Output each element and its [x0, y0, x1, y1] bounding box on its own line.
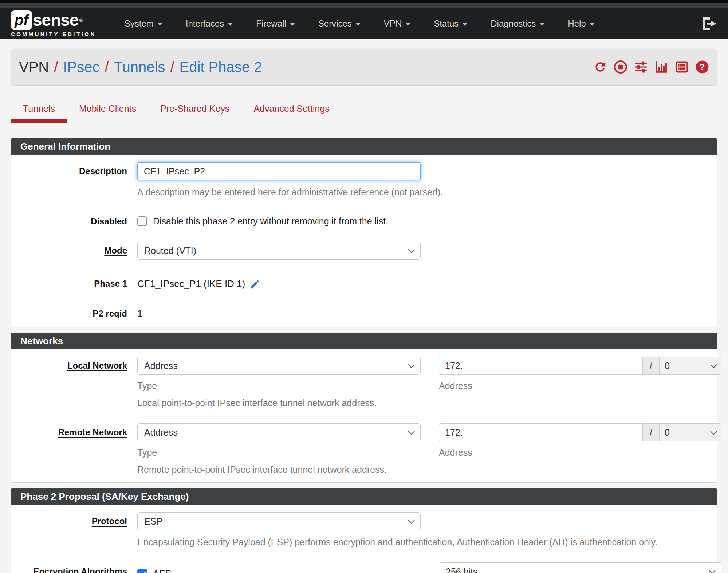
- caret-down-icon: [405, 23, 410, 26]
- refresh-icon[interactable]: [593, 60, 607, 74]
- caret-down-icon: [157, 23, 162, 26]
- menu-label: System: [125, 19, 154, 29]
- menu-item-firewall[interactable]: Firewall: [256, 19, 295, 29]
- local-network-controls: Address Type / 0: [137, 357, 721, 391]
- main-menu: System Interfaces Firewall Services VPN …: [125, 19, 595, 29]
- breadcrumb-separator: /: [54, 59, 58, 75]
- chevron-down-icon: [408, 246, 414, 253]
- menu-item-help[interactable]: Help: [568, 19, 594, 29]
- help-glyph: ?: [700, 62, 705, 72]
- local-network-help: Local point-to-point IPsec interface tun…: [137, 398, 721, 408]
- prefix-separator: /: [643, 357, 660, 375]
- window-title-strip: [0, 3, 728, 8]
- section-general-information: General Information Description A descri…: [11, 138, 717, 327]
- aes-controls: AES 256 bits: [137, 562, 721, 573]
- tab-bar: Tunnels Mobile Clients Pre-Shared Keys A…: [11, 103, 717, 123]
- row-remote-network: Remote Network Address Type: [11, 416, 717, 482]
- menu-label: Status: [434, 19, 459, 29]
- p2reqid-label: P2 reqid: [11, 305, 137, 319]
- help-icon[interactable]: ?: [695, 60, 709, 74]
- remote-type-caption: Type: [137, 447, 421, 458]
- sliders-icon[interactable]: [634, 60, 648, 74]
- brand-tagline: COMMUNITY EDITION: [11, 31, 96, 37]
- menu-item-services[interactable]: Services: [318, 19, 361, 29]
- breadcrumb-bar: VPN / IPsec / Tunnels / Edit Phase 2: [11, 49, 717, 85]
- remote-mask-select[interactable]: 0: [660, 423, 721, 441]
- chevron-down-icon: [710, 361, 717, 368]
- section-title: General Information: [11, 138, 717, 155]
- log-icon[interactable]: [675, 60, 689, 74]
- description-input[interactable]: [137, 162, 421, 180]
- stop-icon[interactable]: [614, 60, 627, 74]
- local-address-caption: Address: [439, 381, 721, 391]
- phase1-label: Phase 1: [11, 275, 137, 290]
- encryption-algorithms-label[interactable]: Encryption Algorithms: [33, 566, 127, 573]
- phase1-value-line: CF1_IPsec_P1 (IKE ID 1): [137, 275, 706, 290]
- remote-address-input[interactable]: [439, 423, 643, 441]
- caret-down-icon: [290, 23, 295, 26]
- sign-out-icon[interactable]: [703, 17, 717, 30]
- chevron-down-icon: [408, 517, 414, 523]
- tab-advanced-settings[interactable]: Advanced Settings: [241, 103, 341, 123]
- section-body: Local Network Address Type: [11, 349, 717, 482]
- caret-down-icon: [462, 23, 467, 26]
- row-protocol: Protocol ESP Encapsulating Security Payl…: [11, 505, 717, 555]
- description-controls: A description may be entered here for ad…: [137, 162, 706, 197]
- remote-network-label[interactable]: Remote Network: [58, 427, 127, 437]
- local-type-value: Address: [144, 361, 178, 371]
- brand-sense-text: sense: [33, 10, 78, 30]
- breadcrumb-link-edit-phase2[interactable]: Edit Phase 2: [180, 59, 262, 75]
- row-disabled: Disabled Disable this phase 2 entry with…: [11, 205, 717, 234]
- tab-mobile-clients[interactable]: Mobile Clients: [67, 103, 148, 123]
- remote-address-caption: Address: [439, 447, 721, 458]
- section-title: Networks: [11, 333, 717, 349]
- menu-label: Diagnostics: [491, 19, 536, 29]
- menu-item-status[interactable]: Status: [434, 19, 467, 29]
- menu-item-interfaces[interactable]: Interfaces: [186, 19, 233, 29]
- prefix-separator: /: [643, 423, 660, 441]
- chart-bar-icon[interactable]: [654, 60, 668, 74]
- mode-controls: Routed (VTI): [137, 242, 706, 260]
- disabled-label: Disabled: [11, 212, 137, 227]
- protocol-label[interactable]: Protocol: [92, 516, 127, 526]
- description-help: A description may be entered here for ad…: [137, 187, 706, 197]
- protocol-help: Encapsulating Security Payload (ESP) per…: [137, 537, 706, 548]
- description-label: Description: [11, 162, 137, 197]
- section-networks: Networks Local Network Address Type: [11, 333, 717, 482]
- local-address-group: / 0: [439, 357, 721, 375]
- breadcrumb-link-tunnels[interactable]: Tunnels: [114, 59, 165, 75]
- remote-type-select[interactable]: Address: [137, 423, 421, 441]
- page-action-icons: ?: [593, 60, 709, 74]
- local-type-caption: Type: [137, 381, 421, 391]
- section-title: Phase 2 Proposal (SA/Key Exchange): [11, 488, 717, 505]
- edit-pencil-icon[interactable]: [249, 279, 260, 290]
- aes-keylen-select[interactable]: 256 bits: [439, 562, 721, 573]
- chevron-down-icon: [710, 428, 717, 435]
- chevron-down-icon: [709, 567, 715, 573]
- pfsense-logo[interactable]: pf sense ® COMMUNITY EDITION: [11, 10, 96, 37]
- brand-line: pf sense ®: [11, 10, 96, 30]
- menu-item-system[interactable]: System: [125, 19, 162, 29]
- menu-item-diagnostics[interactable]: Diagnostics: [491, 19, 544, 29]
- local-mask-select[interactable]: 0: [660, 357, 721, 375]
- window-top-strip: [0, 0, 728, 3]
- mode-label[interactable]: Mode: [104, 246, 127, 255]
- remote-mask-value: 0: [665, 427, 670, 438]
- aes-checkbox[interactable]: [137, 569, 147, 573]
- disabled-checkbox-line: Disable this phase 2 entry without remov…: [137, 212, 706, 227]
- tab-pre-shared-keys[interactable]: Pre-Shared Keys: [148, 103, 241, 123]
- pf-logo-box: pf: [11, 10, 32, 30]
- breadcrumb-separator: /: [170, 59, 174, 75]
- local-type-select[interactable]: Address: [137, 357, 421, 375]
- menu-label: Interfaces: [186, 19, 224, 29]
- local-address-input[interactable]: [439, 357, 643, 375]
- menu-item-vpn[interactable]: VPN: [384, 19, 410, 29]
- protocol-select[interactable]: ESP: [137, 512, 421, 530]
- row-local-network: Local Network Address Type: [11, 349, 717, 416]
- local-network-label[interactable]: Local Network: [67, 361, 127, 370]
- mode-select[interactable]: Routed (VTI): [137, 242, 421, 260]
- breadcrumb-link-ipsec[interactable]: IPsec: [63, 59, 99, 75]
- breadcrumb-root: VPN: [19, 59, 49, 75]
- disabled-checkbox[interactable]: [137, 216, 147, 226]
- tab-tunnels[interactable]: Tunnels: [11, 103, 67, 123]
